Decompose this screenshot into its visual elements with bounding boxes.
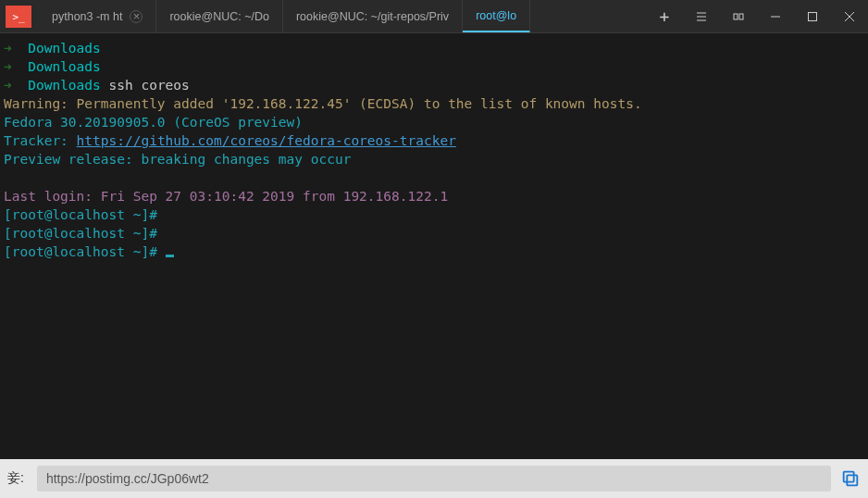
- terminal-line: [4, 168, 864, 187]
- svg-rect-1: [739, 14, 743, 19]
- terminal-app-icon: >_: [6, 6, 31, 28]
- terminal-line: [root@localhost ~]#: [4, 243, 864, 261]
- terminal-line: [root@localhost ~]#: [4, 224, 864, 243]
- menu-icon[interactable]: [683, 0, 720, 33]
- terminal-line: [root@localhost ~]#: [4, 205, 864, 224]
- close-icon[interactable]: [831, 0, 868, 33]
- window-controls: [683, 0, 868, 32]
- cursor: [166, 255, 174, 257]
- tracker-link[interactable]: https://github.com/coreos/fedora-coreos-…: [77, 133, 456, 148]
- split-icon[interactable]: [720, 0, 757, 33]
- terminal-line: Last login: Fri Sep 27 03:10:42 2019 fro…: [4, 187, 864, 205]
- terminal-line: ➜ Downloads: [4, 39, 864, 57]
- tab-close-icon[interactable]: ×: [130, 10, 143, 23]
- tab-strip: python3 -m ht × rookie@NUC: ~/Do rookie@…: [39, 0, 646, 32]
- tab-label: rookie@NUC: ~/Do: [169, 10, 269, 23]
- url-input[interactable]: https://postimg.cc/JGp06wt2: [37, 466, 831, 492]
- terminal-line: Warning: Permanently added '192.168.122.…: [4, 94, 864, 113]
- minimize-icon[interactable]: [757, 0, 794, 33]
- terminal-line: ➜ Downloads ssh coreos: [4, 76, 864, 94]
- terminal-line: Fedora 30.20190905.0 (CoreOS preview): [4, 113, 864, 131]
- copy-icon[interactable]: [840, 468, 861, 489]
- tab-rookie-do[interactable]: rookie@NUC: ~/Do: [156, 0, 283, 32]
- terminal-line: Preview release: breaking changes may oc…: [4, 150, 864, 168]
- svg-rect-2: [809, 12, 817, 20]
- new-tab-button[interactable]: +: [646, 0, 683, 32]
- tab-python3[interactable]: python3 -m ht ×: [39, 0, 156, 32]
- tab-label: root@lo: [476, 9, 516, 22]
- svg-rect-3: [847, 475, 857, 485]
- terminal-viewport[interactable]: ➜ Downloads ➜ Downloads ➜ Downloads ssh …: [0, 33, 868, 459]
- tab-label: python3 -m ht: [52, 10, 122, 23]
- address-bar: 妾: https://postimg.cc/JGp06wt2: [0, 459, 868, 498]
- tab-root-localhost[interactable]: root@lo: [463, 0, 530, 32]
- svg-rect-4: [844, 472, 854, 482]
- titlebar: >_ python3 -m ht × rookie@NUC: ~/Do rook…: [0, 0, 868, 33]
- maximize-icon[interactable]: [794, 0, 831, 33]
- svg-rect-0: [734, 14, 738, 19]
- address-label: 妾:: [7, 470, 24, 487]
- tab-label: rookie@NUC: ~/git-repos/Priv: [296, 10, 449, 23]
- tab-rookie-git[interactable]: rookie@NUC: ~/git-repos/Priv: [283, 0, 463, 32]
- terminal-line: ➜ Downloads: [4, 57, 864, 76]
- terminal-line: Tracker: https://github.com/coreos/fedor…: [4, 131, 864, 150]
